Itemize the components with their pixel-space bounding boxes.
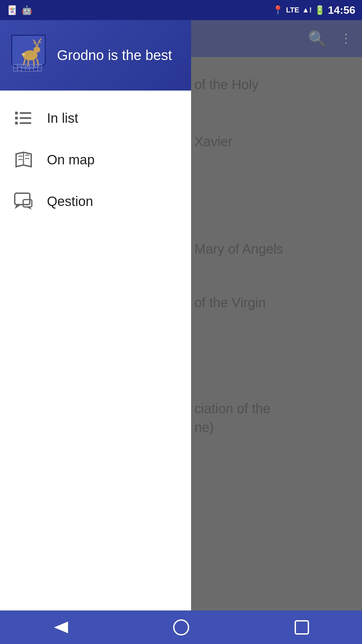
svg-rect-34 [15, 193, 30, 205]
svg-point-1 [34, 47, 40, 53]
status-bar: 🃏 🤖 📍 LTE ▲! 🔋 14:56 [0, 0, 362, 20]
menu-item-question[interactable]: Qestion [0, 180, 191, 222]
menu-item-in-list[interactable]: In list [0, 97, 191, 139]
svg-rect-32 [15, 122, 18, 124]
battery-icon: 🔋 [314, 5, 325, 15]
svg-rect-40 [295, 621, 308, 634]
status-bar-right: 📍 LTE ▲! 🔋 14:56 [273, 4, 355, 16]
menu-item-on-map-label: On map [47, 152, 95, 167]
back-button[interactable] [47, 614, 74, 641]
svg-marker-38 [54, 622, 68, 633]
svg-point-39 [174, 620, 188, 635]
list-icon [13, 108, 34, 128]
drawer-menu: In list On map [0, 91, 191, 644]
app-logo [10, 34, 47, 77]
time-display: 14:56 [328, 4, 355, 16]
svg-line-3 [28, 60, 28, 66]
menu-item-question-label: Qestion [47, 194, 93, 209]
menu-item-on-map[interactable]: On map [0, 139, 191, 180]
lte-icon: LTE [286, 6, 299, 14]
chat-icon [13, 191, 34, 211]
android-icon: 🤖 [21, 5, 32, 15]
menu-item-in-list-label: In list [47, 111, 78, 126]
svg-point-12 [22, 53, 25, 56]
status-bar-left: 🃏 🤖 [7, 5, 32, 15]
nav-drawer: Grodno is the best In list [0, 20, 191, 644]
map-icon [13, 150, 34, 170]
sim-card-icon: 🃏 [7, 5, 17, 15]
svg-rect-30 [15, 112, 18, 114]
svg-rect-31 [15, 117, 18, 119]
location-icon: 📍 [273, 5, 283, 15]
home-button[interactable] [168, 614, 194, 641]
signal-icon: ▲! [302, 6, 312, 14]
recents-button[interactable] [288, 614, 315, 641]
svg-rect-36 [23, 200, 32, 207]
svg-rect-20 [13, 68, 17, 71]
bottom-nav [0, 610, 362, 644]
drawer-overlay[interactable] [191, 20, 362, 644]
app-title: Grodno is the best [57, 46, 172, 65]
drawer-header: Grodno is the best [0, 20, 191, 91]
